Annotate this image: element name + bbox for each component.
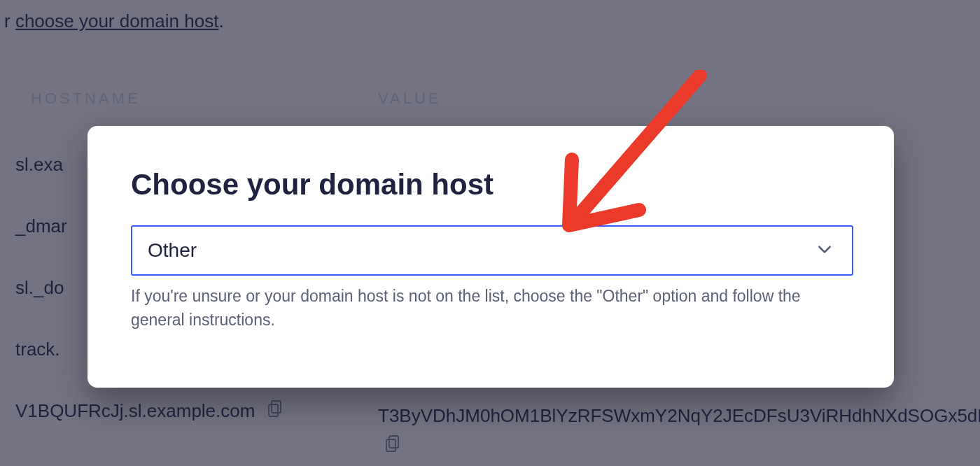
select-value: Other xyxy=(148,239,197,262)
choose-domain-host-modal: Choose your domain host Other If you're … xyxy=(88,126,894,388)
modal-title: Choose your domain host xyxy=(131,168,493,202)
chevron-down-icon xyxy=(816,240,834,261)
select-helper-text: If you're unsure or your domain host is … xyxy=(131,284,838,332)
domain-host-select[interactable]: Other xyxy=(131,225,853,276)
